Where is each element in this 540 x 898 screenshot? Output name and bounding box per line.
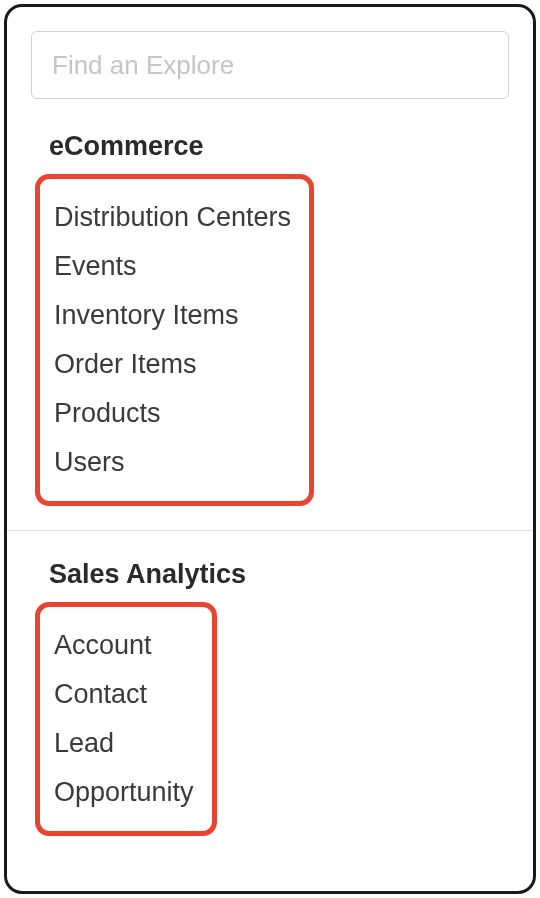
explore-panel: eCommerce Distribution Centers Events In…	[4, 4, 536, 894]
explore-item-lead[interactable]: Lead	[54, 719, 194, 768]
search-input[interactable]	[31, 31, 509, 99]
section-divider	[7, 530, 533, 531]
panel-content: eCommerce Distribution Centers Events In…	[7, 7, 533, 836]
explore-item-opportunity[interactable]: Opportunity	[54, 768, 194, 817]
explore-item-events[interactable]: Events	[54, 242, 291, 291]
highlight-box-ecommerce: Distribution Centers Events Inventory It…	[35, 174, 314, 506]
section-ecommerce: eCommerce Distribution Centers Events In…	[31, 131, 509, 506]
explore-item-inventory-items[interactable]: Inventory Items	[54, 291, 291, 340]
explore-item-contact[interactable]: Contact	[54, 670, 194, 719]
highlight-box-sales-analytics: Account Contact Lead Opportunity	[35, 602, 217, 836]
explore-item-order-items[interactable]: Order Items	[54, 340, 291, 389]
section-header-ecommerce: eCommerce	[31, 131, 509, 162]
explore-item-distribution-centers[interactable]: Distribution Centers	[54, 193, 291, 242]
explore-item-account[interactable]: Account	[54, 621, 194, 670]
explore-item-users[interactable]: Users	[54, 438, 291, 487]
section-sales-analytics: Sales Analytics Account Contact Lead Opp…	[31, 559, 509, 836]
section-header-sales-analytics: Sales Analytics	[31, 559, 509, 590]
explore-item-products[interactable]: Products	[54, 389, 291, 438]
